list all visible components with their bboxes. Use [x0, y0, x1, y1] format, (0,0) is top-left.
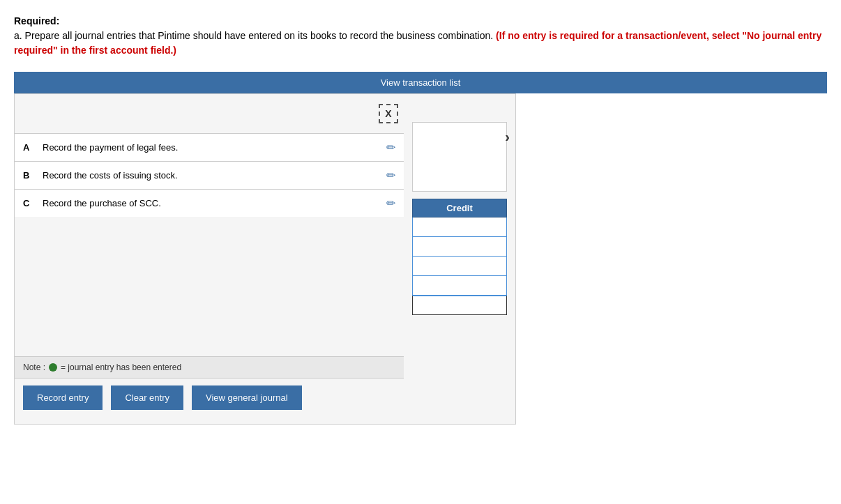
table-row: A Record the payment of legal fees. ✏	[15, 133, 404, 161]
table-row: C Record the purchase of SCC. ✏	[15, 189, 404, 217]
row-text-b: Record the costs of issuing stock.	[43, 170, 379, 181]
content-wrapper: X A Record the payment of legal fees. ✏ …	[14, 93, 516, 425]
view-transaction-button[interactable]: View transaction list	[14, 72, 827, 93]
row-text-a: Record the payment of legal fees.	[43, 142, 379, 153]
credit-input-5[interactable]	[412, 296, 507, 315]
required-label: Required:	[14, 15, 59, 26]
credit-input-1[interactable]	[412, 217, 507, 237]
chevron-right-icon[interactable]: ›	[505, 129, 510, 145]
instruction-line1: a. Prepare all journal entries that Pint…	[14, 30, 493, 41]
edit-icon-b[interactable]: ✏	[386, 169, 395, 182]
credit-input-3[interactable]	[412, 257, 507, 276]
action-buttons: Record entry Clear entry View general jo…	[15, 378, 404, 417]
credit-input-2[interactable]	[412, 237, 507, 257]
clear-icon-button[interactable]: X	[379, 104, 398, 123]
instructions-block: Required: a. Prepare all journal entries…	[14, 14, 827, 58]
note-bar: Note : = journal entry has been entered	[15, 356, 404, 378]
credit-section: Credit	[412, 199, 507, 315]
clear-entry-button[interactable]: Clear entry	[111, 385, 183, 410]
spacer	[15, 217, 404, 356]
right-panel: › Credit	[404, 94, 515, 424]
top-controls: X	[15, 101, 404, 126]
main-container: View transaction list X A Record the pay…	[14, 72, 827, 425]
row-letter-c: C	[23, 198, 34, 208]
view-general-journal-button[interactable]: View general journal	[192, 385, 302, 410]
edit-icon-a[interactable]: ✏	[386, 141, 395, 154]
table-row: B Record the costs of issuing stock. ✏	[15, 161, 404, 189]
credit-header: Credit	[412, 199, 507, 217]
edit-icon-c[interactable]: ✏	[386, 197, 395, 210]
left-panel: X A Record the payment of legal fees. ✏ …	[15, 94, 404, 424]
row-letter-a: A	[23, 142, 34, 153]
row-letter-b: B	[23, 170, 34, 181]
credit-input-4[interactable]	[412, 276, 507, 296]
note-suffix: = journal entry has been entered	[61, 362, 181, 372]
row-text-c: Record the purchase of SCC.	[43, 198, 379, 208]
preview-box	[412, 122, 507, 192]
green-dot-icon	[49, 363, 57, 372]
note-prefix: Note :	[23, 362, 45, 372]
record-entry-button[interactable]: Record entry	[23, 385, 103, 410]
